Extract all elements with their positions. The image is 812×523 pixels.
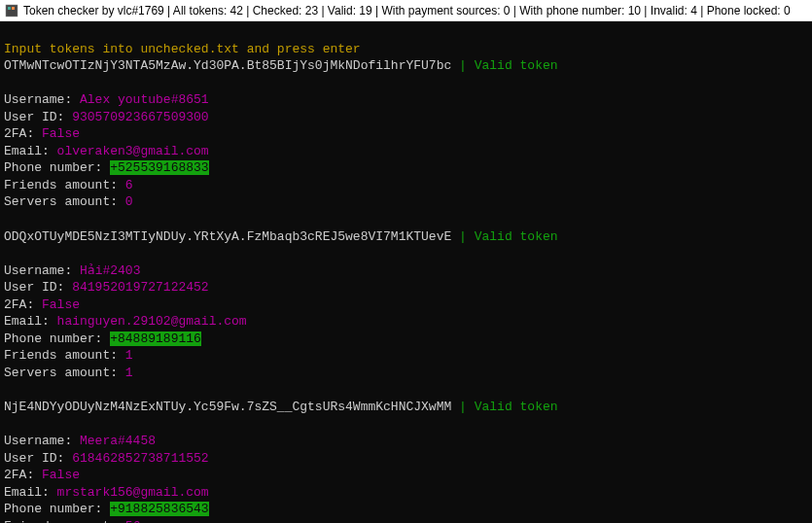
token-line: OTMwNTcwOTIzNjY3NTA5MzAw.Yd30PA.Bt85BIjY…: [4, 58, 558, 73]
detail-row: Friends amount: 6: [4, 178, 133, 192]
intro-text: Input tokens into unchecked.txt and pres…: [4, 42, 361, 56]
detail-row: Email: hainguyen.29102@gmail.com: [4, 314, 247, 329]
detail-row: Username: Meera#4458: [4, 434, 156, 448]
detail-row: Username: Alex youtube#8651: [4, 92, 209, 107]
phone-highlight: +84889189116: [110, 331, 201, 346]
detail-row: User ID: 930570923667509300: [4, 110, 209, 124]
phone-highlight: +918825836543: [110, 502, 208, 516]
phone-highlight: +525539168833: [110, 160, 208, 175]
detail-row: Friends amount: 56: [4, 519, 140, 523]
detail-row: Phone number: +84889189116: [4, 331, 201, 346]
detail-row: User ID: 841952019727122452: [4, 280, 209, 295]
token-line: ODQxOTUyMDE5NzI3MTIyNDUy.YRtXyA.FzMbaqb3…: [4, 229, 558, 244]
detail-row: Email: mrstark156@gmail.com: [4, 485, 209, 500]
detail-row: 2FA: False: [4, 126, 80, 141]
detail-row: Username: Hải#2403: [4, 263, 140, 278]
svg-rect-2: [12, 7, 15, 10]
detail-row: Servers amount: 0: [4, 194, 133, 209]
window-titlebar: Token checker by vlc#1769 | All tokens: …: [0, 0, 812, 21]
token-line: NjE4NDYyODUyNzM4NzExNTUy.Yc59Fw.7sZS__Cg…: [4, 400, 558, 414]
svg-rect-0: [6, 5, 18, 17]
terminal-output: Input tokens into unchecked.txt and pres…: [0, 21, 812, 523]
detail-row: 2FA: False: [4, 297, 80, 312]
detail-row: User ID: 618462852738711552: [4, 451, 209, 466]
detail-row: Email: olveraken3@gmail.com: [4, 144, 209, 158]
detail-row: 2FA: False: [4, 468, 80, 482]
status-valid: Valid token: [475, 400, 558, 414]
window-title: Token checker by vlc#1769 | All tokens: …: [23, 4, 791, 17]
svg-rect-1: [8, 7, 11, 10]
detail-row: Friends amount: 1: [4, 348, 133, 363]
detail-row: Phone number: +525539168833: [4, 160, 209, 175]
status-valid: Valid token: [475, 58, 558, 73]
status-valid: Valid token: [475, 229, 558, 244]
detail-row: Phone number: +918825836543: [4, 502, 209, 516]
detail-row: Servers amount: 1: [4, 366, 133, 380]
app-icon: [4, 3, 19, 18]
